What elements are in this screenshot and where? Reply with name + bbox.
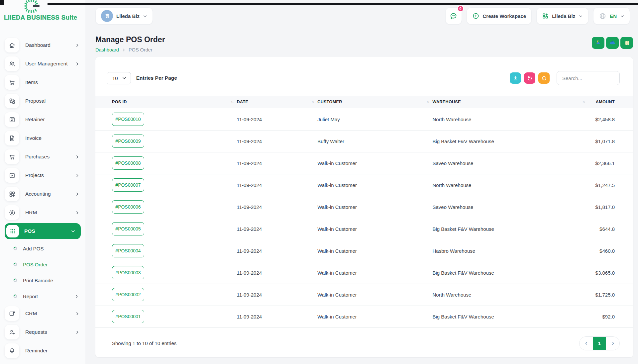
workspace-menu[interactable]: Liieda Biz (536, 7, 588, 25)
sidebar-item-crm[interactable]: CRM (0, 304, 85, 323)
bell-icon (5, 343, 19, 358)
chevron-down-icon (579, 14, 583, 18)
download-icon (513, 75, 518, 81)
google-drive-icon (595, 40, 601, 46)
chat-button[interactable]: 0 (445, 7, 462, 25)
sidebar-item-reminder[interactable]: Reminder (0, 341, 85, 360)
column-header-date: DATE↑↓ (237, 96, 318, 108)
customer-cell: Juliet May (317, 108, 432, 130)
sidebar-item-retainer[interactable]: Retainer (0, 110, 85, 129)
spinner-logo-icon (24, 0, 43, 14)
pos-id-button[interactable]: #POS00004 (112, 244, 144, 257)
sidebar-item-items[interactable]: Items (0, 73, 85, 92)
next-page-button[interactable] (606, 337, 619, 350)
customer-cell: Buffy Walter (317, 130, 432, 152)
pos-id-button[interactable]: #POS00001 (112, 310, 144, 323)
sort-icon[interactable]: ↑↓ (426, 100, 429, 104)
transfer-squares-icon (5, 94, 19, 108)
warehouse-cell: North Warehouse (432, 108, 588, 130)
pos-id-cell: #POS00004 (95, 240, 237, 262)
pos-order-table: POS ID↑↓ DATE↑↓ CUSTOMER↑↓ WAREHOUSE↑↓ A (95, 96, 633, 328)
grid-plus-icon (5, 187, 19, 201)
pos-id-button[interactable]: #POS00002 (112, 288, 144, 301)
breadcrumb-dashboard-link[interactable]: Dashboard (95, 47, 119, 52)
sidebar-item-proposal[interactable]: Proposal (0, 92, 85, 110)
brand-name: LIIEDA BUSINESS Suite (4, 14, 80, 21)
sidebar-item-invoice[interactable]: Invoice (0, 129, 85, 147)
chevron-down-icon (71, 229, 75, 233)
sidebar-subitem-add-pos[interactable]: Add POS (0, 240, 85, 256)
customer-cell: Walk-in Customer (317, 174, 432, 196)
sort-icon[interactable]: ↑↓ (583, 100, 585, 104)
amount-cell: $92.0 (588, 306, 633, 327)
pos-id-cell: #POS00008 (95, 152, 237, 174)
circle-bullet-icon (13, 278, 17, 282)
shopping-cart-icon (5, 149, 19, 164)
create-workspace-button[interactable]: Create Workspace (467, 7, 532, 25)
sidebar-subitem-label: Add POS (23, 246, 79, 251)
pos-id-button[interactable]: #POS00010 (112, 113, 144, 126)
page-head: Manage POS Order Dashboard POS Order (85, 33, 638, 52)
pos-id-button[interactable]: #POS00007 (112, 178, 144, 192)
grid-icon (624, 40, 630, 46)
sidebar-item-dashboard[interactable]: Dashboard (0, 36, 85, 54)
sidebar-subitem-pos-order[interactable]: POS Order (0, 256, 85, 272)
column-header-customer: CUSTOMER↑↓ (317, 96, 432, 108)
user-focus-icon (5, 205, 19, 220)
column-header-amount: AMOUNT (588, 96, 633, 108)
sidebar-item-projects[interactable]: Projects (0, 166, 85, 185)
sidebar-item-hrm[interactable]: HRM (0, 203, 85, 222)
workspace-menu-label: Liieda Biz (552, 13, 575, 19)
pos-id-button[interactable]: #POS00009 (112, 135, 144, 148)
pos-id-cell: #POS00001 (95, 306, 237, 327)
sidebar-item-accounting[interactable]: Accounting (0, 185, 85, 203)
topbar: Liieda Biz 0 Create Workspace (85, 0, 638, 33)
chevron-right-icon (74, 294, 79, 299)
google-drive-button[interactable] (592, 37, 604, 49)
current-page-number[interactable]: 1 (593, 337, 606, 350)
customer-cell: Walk-in Customer (317, 306, 432, 327)
onedrive-button[interactable] (606, 37, 619, 49)
pos-id-cell: #POS00007 (95, 174, 237, 196)
workspace-switcher[interactable]: Liieda Biz (95, 7, 153, 25)
sidebar-item-pos[interactable]: POS (5, 223, 81, 239)
chevron-right-icon (75, 330, 79, 334)
date-cell: 11-09-2024 (237, 284, 318, 306)
grid-view-button[interactable] (620, 37, 633, 49)
users-icon (5, 56, 19, 71)
date-cell: 11-09-2024 (237, 240, 318, 262)
chevron-down-icon (620, 14, 624, 18)
sidebar-item-purchases[interactable]: Purchases (0, 147, 85, 166)
sidebar-item-user-management[interactable]: User Management (0, 54, 85, 73)
pos-id-button[interactable]: #POS00008 (112, 156, 144, 170)
warehouse-cell: Hasbro Warehouse (432, 240, 588, 262)
search-input[interactable] (557, 71, 620, 85)
app-root: LIIEDA BUSINESS Suite Dashboard User Man… (0, 0, 638, 364)
table-row: #POS0000511-09-2024Walk-in CustomerBig B… (95, 218, 633, 240)
shopping-cart-icon (5, 75, 19, 90)
grid-plus-icon (542, 13, 549, 19)
pos-id-button[interactable]: #POS00003 (112, 266, 144, 279)
pos-id-cell: #POS00002 (95, 284, 237, 306)
previous-page-button[interactable] (580, 337, 593, 350)
sidebar-item-requests[interactable]: Requests (0, 323, 85, 341)
export-download-button[interactable] (510, 72, 521, 84)
user-plus-icon (5, 325, 19, 339)
table-row: #POS0000311-09-2024Walk-in CustomerBig B… (95, 262, 633, 284)
refresh-icon (541, 75, 547, 81)
refresh-button[interactable] (538, 72, 550, 84)
sidebar-subitem-print-barcode[interactable]: Print Barcode (0, 272, 85, 288)
undo-button[interactable] (524, 72, 535, 84)
chevron-right-icon (122, 48, 126, 52)
language-selector[interactable]: EN (593, 7, 630, 25)
pos-id-button[interactable]: #POS00005 (112, 222, 144, 235)
warehouse-cell: North Warehouse (432, 174, 588, 196)
sidebar-item-label: Proposal (25, 98, 79, 104)
entries-per-page-select[interactable]: 10 (107, 72, 131, 84)
sidebar-subitem-report[interactable]: Report (0, 288, 85, 304)
sidebar-item-label: Purchases (25, 154, 69, 160)
pos-id-button[interactable]: #POS00006 (112, 200, 144, 214)
pos-id-cell: #POS00005 (95, 218, 237, 240)
sort-icon[interactable]: ↑↓ (231, 100, 234, 104)
sort-icon[interactable]: ↑↓ (311, 100, 314, 104)
